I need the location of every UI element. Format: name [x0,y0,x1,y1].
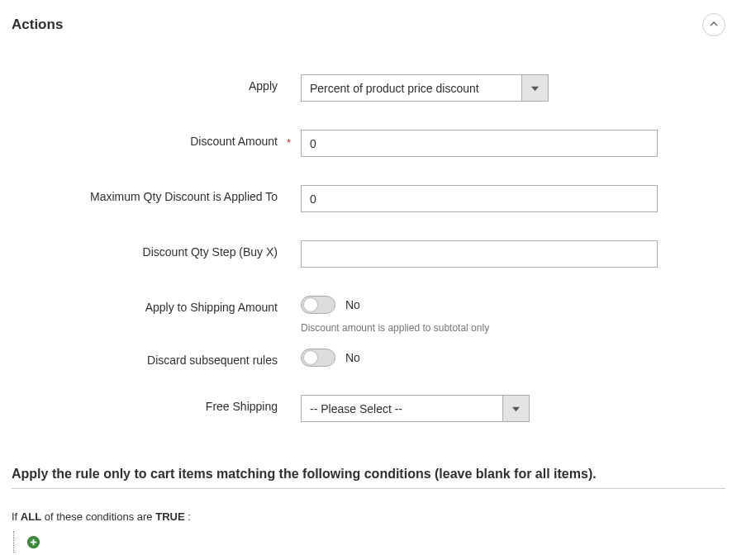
apply-shipping-value: No [345,298,360,311]
caret-down-icon [531,82,539,95]
row-max-qty: Maximum Qty Discount is Applied To [12,185,725,212]
conditions-heading: Apply the rule only to cart items matchi… [12,458,725,489]
discard-toggle[interactable] [301,349,335,367]
apply-select[interactable]: Percent of product price discount [301,74,549,102]
apply-select-value: Percent of product price discount [301,74,521,102]
label-discard: Discard subsequent rules [12,349,301,367]
free-shipping-select[interactable]: -- Please Select -- [301,395,530,422]
collapse-toggle[interactable] [702,13,725,36]
row-apply-shipping: Apply to Shipping Amount No Discount amo… [12,296,725,334]
cond-truth[interactable]: TRUE [155,510,184,523]
label-apply-shipping: Apply to Shipping Amount [12,296,301,314]
max-qty-input[interactable] [301,185,658,212]
svg-marker-1 [512,406,520,411]
cond-prefix: If [12,510,17,523]
row-discard: Discard subsequent rules No [12,349,725,367]
caret-down-icon [512,402,520,415]
svg-marker-0 [531,86,539,90]
label-qty-step: Discount Qty Step (Buy X) [12,240,301,259]
add-condition-button[interactable] [27,536,40,548]
chevron-up-icon [709,18,719,31]
label-apply: Apply [12,74,301,93]
free-shipping-select-value: -- Please Select -- [301,395,502,422]
plus-icon [30,535,37,548]
row-free-shipping: Free Shipping -- Please Select -- [12,395,725,422]
discard-value: No [345,351,360,364]
section-header: Actions [12,10,725,41]
label-max-qty: Maximum Qty Discount is Applied To [12,185,301,203]
conditions-expression: If ALL of these conditions are TRUE : [12,510,725,523]
discount-amount-input[interactable] [301,130,658,157]
label-discount-amount: Discount Amount [12,130,301,148]
cond-suffix: : [188,510,191,523]
row-apply: Apply Percent of product price discount [12,74,725,102]
dropdown-arrow[interactable] [502,395,530,422]
row-qty-step: Discount Qty Step (Buy X) [12,240,725,268]
qty-step-input[interactable] [301,240,658,268]
apply-shipping-toggle[interactable] [301,296,335,314]
cond-middle: of these conditions are [45,510,155,523]
section-title: Actions [12,17,63,33]
conditions-tree [13,531,725,553]
cond-combiner[interactable]: ALL [21,510,41,523]
dropdown-arrow[interactable] [521,74,549,102]
label-free-shipping: Free Shipping [12,395,301,413]
row-discount-amount: Discount Amount [12,130,725,157]
apply-shipping-hint: Discount amount is applied to subtotal o… [301,322,489,334]
